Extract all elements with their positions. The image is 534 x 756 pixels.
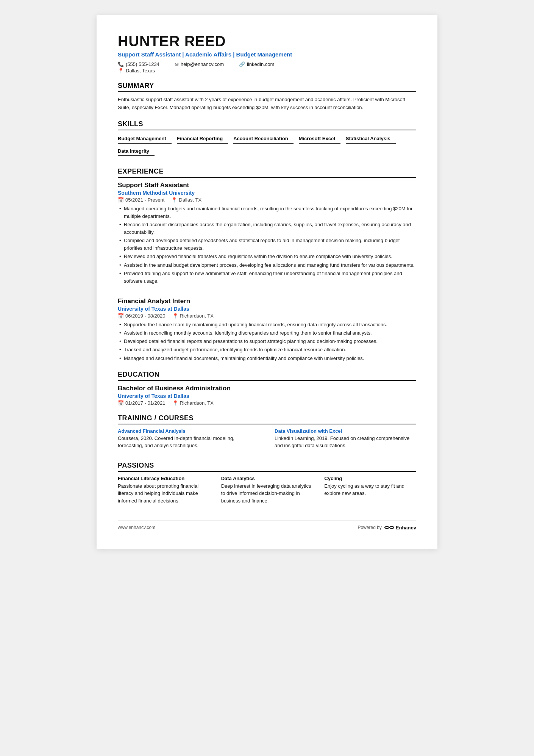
contact-location: 📍 Dallas, Texas — [118, 68, 416, 74]
location-pin-icon: 📍 — [171, 197, 177, 203]
summary-section: SUMMARY Enthusiastic support staff assis… — [118, 82, 416, 112]
job-bullets: Managed operating budgets and maintained… — [118, 205, 416, 285]
passion-title: Cycling — [324, 476, 416, 481]
course-title: Advanced Financial Analysis — [118, 428, 259, 434]
education-section: EDUCATION Bachelor of Business Administr… — [118, 371, 416, 406]
email-icon: ✉ — [175, 61, 179, 67]
job-location: 📍 Dallas, TX — [171, 197, 201, 203]
skill-item: Budget Management — [118, 134, 172, 144]
passions-section: PASSIONS Financial Literacy Education Pa… — [118, 462, 416, 507]
passion-title: Financial Literacy Education — [118, 476, 210, 481]
footer-url: www.enhancv.com — [118, 525, 155, 530]
job-period: 📅 06/2019 - 08/2020 — [118, 313, 166, 319]
bullet-item: Provided training and support to new adm… — [118, 270, 416, 285]
location-icon: 📍 — [118, 68, 124, 74]
passion-item: Data Analytics Deep interest in leveragi… — [221, 476, 313, 505]
training-section: TRAINING / COURSES Advanced Financial An… — [118, 414, 416, 453]
experience-job: Financial Analyst Intern University of T… — [118, 297, 416, 362]
edu-location: 📍 Richardson, TX — [172, 400, 214, 406]
experience-divider — [118, 292, 416, 292]
passion-item: Financial Literacy Education Passionate … — [118, 476, 210, 505]
passion-desc: Enjoy cycling as a way to stay fit and e… — [324, 482, 416, 497]
skill-item: Microsoft Excel — [299, 134, 340, 144]
resume-page: HUNTER REED Support Staff Assistant | Ac… — [97, 15, 437, 549]
edu-period: 📅 01/2017 - 01/2021 — [118, 400, 166, 406]
skill-item: Statistical Analysis — [346, 134, 396, 144]
education-entry: Bachelor of Business Administration Univ… — [118, 385, 416, 406]
phone-icon: 📞 — [118, 61, 124, 67]
job-period: 📅 05/2021 - Present — [118, 197, 164, 203]
location-pin-icon: 📍 — [172, 400, 178, 406]
bullet-item: Managed operating budgets and maintained… — [118, 205, 416, 220]
education-title: EDUCATION — [118, 371, 416, 381]
job-company: University of Texas at Dallas — [118, 306, 416, 312]
course-desc: LinkedIn Learning, 2019. Focused on crea… — [275, 435, 416, 449]
passions-container: Financial Literacy Education Passionate … — [118, 476, 416, 507]
contact-linkedin: 🔗 linkedin.com — [239, 61, 274, 67]
contact-phone: 📞 (555) 555-1234 — [118, 61, 159, 67]
edu-school: University of Texas at Dallas — [118, 393, 416, 399]
header-name: HUNTER REED — [118, 33, 416, 50]
bullet-item: Assisted in the annual budget developmen… — [118, 261, 416, 269]
calendar-icon: 📅 — [118, 197, 124, 203]
experience-section: EXPERIENCE Support Staff Assistant South… — [118, 167, 416, 362]
edu-meta: 📅 01/2017 - 01/2021 📍 Richardson, TX — [118, 400, 416, 406]
experience-title: EXPERIENCE — [118, 167, 416, 178]
skill-item: Financial Reporting — [177, 134, 228, 144]
experience-container: Support Staff Assistant Southern Methodi… — [118, 182, 416, 362]
bullet-item: Reviewed and approved financial transfer… — [118, 253, 416, 260]
experience-job: Support Staff Assistant Southern Methodi… — [118, 182, 416, 285]
enhancv-logo: Enhancv — [384, 524, 416, 531]
course-item: Data Visualization with Excel LinkedIn L… — [275, 428, 416, 449]
calendar-icon: 📅 — [118, 400, 124, 406]
bullet-item: Tracked and analyzed budget performance,… — [118, 346, 416, 354]
job-location: 📍 Richardson, TX — [172, 313, 214, 319]
edu-degree: Bachelor of Business Administration — [118, 385, 416, 392]
course-item: Advanced Financial Analysis Coursera, 20… — [118, 428, 259, 449]
passions-title: PASSIONS — [118, 462, 416, 472]
passion-item: Cycling Enjoy cycling as a way to stay f… — [324, 476, 416, 505]
bullet-item: Assisted in reconciling monthly accounts… — [118, 329, 416, 337]
skills-container: Budget ManagementFinancial ReportingAcco… — [118, 134, 416, 159]
header-title: Support Staff Assistant | Academic Affai… — [118, 51, 416, 58]
job-title: Support Staff Assistant — [118, 182, 416, 189]
passion-desc: Deep interest in leveraging data analyti… — [221, 482, 313, 505]
job-bullets: Supported the finance team by maintainin… — [118, 321, 416, 362]
summary-text: Enthusiastic support staff assistant wit… — [118, 96, 416, 112]
summary-title: SUMMARY — [118, 82, 416, 92]
skills-title: SKILLS — [118, 120, 416, 130]
passion-desc: Passionate about promoting financial lit… — [118, 482, 210, 505]
linkedin-icon: 🔗 — [239, 61, 245, 67]
bullet-item: Compiled and developed detailed spreadsh… — [118, 237, 416, 252]
job-meta: 📅 06/2019 - 08/2020 📍 Richardson, TX — [118, 313, 416, 319]
bullet-item: Developed detailed financial reports and… — [118, 338, 416, 345]
bullet-item: Managed and secured financial documents,… — [118, 355, 416, 362]
skill-item: Data Integrity — [118, 147, 155, 156]
job-meta: 📅 05/2021 - Present 📍 Dallas, TX — [118, 197, 416, 203]
contact-email: ✉ help@enhancv.com — [175, 61, 224, 67]
calendar-icon: 📅 — [118, 313, 124, 319]
contact-row: 📞 (555) 555-1234 ✉ help@enhancv.com 🔗 li… — [118, 61, 416, 67]
job-company: Southern Methodist University — [118, 190, 416, 196]
job-title: Financial Analyst Intern — [118, 297, 416, 305]
bullet-item: Supported the finance team by maintainin… — [118, 321, 416, 329]
skill-item: Account Reconciliation — [233, 134, 293, 144]
enhancv-logo-svg — [384, 524, 395, 531]
location-pin-icon: 📍 — [172, 313, 178, 319]
passion-title: Data Analytics — [221, 476, 313, 481]
training-title: TRAINING / COURSES — [118, 414, 416, 424]
footer: www.enhancv.com Powered by Enhancv — [118, 520, 416, 531]
footer-powered: Powered by Enhancv — [358, 524, 416, 531]
education-container: Bachelor of Business Administration Univ… — [118, 385, 416, 406]
bullet-item: Reconciled account discrepancies across … — [118, 221, 416, 236]
header: HUNTER REED Support Staff Assistant | Ac… — [118, 33, 416, 74]
course-title: Data Visualization with Excel — [275, 428, 416, 434]
course-desc: Coursera, 2020. Covered in-depth financi… — [118, 435, 259, 449]
skills-section: SKILLS Budget ManagementFinancial Report… — [118, 120, 416, 159]
courses-container: Advanced Financial Analysis Coursera, 20… — [118, 428, 416, 453]
